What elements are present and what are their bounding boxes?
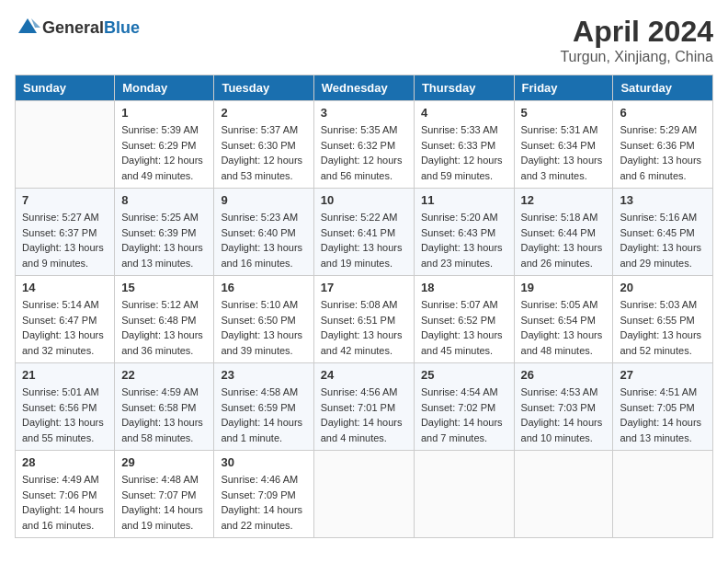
calendar-header-thursday: Thursday xyxy=(414,75,514,101)
cell-content: Sunrise: 4:56 AM Sunset: 7:01 PM Dayligh… xyxy=(321,385,407,445)
calendar-cell: 10Sunrise: 5:22 AM Sunset: 6:41 PM Dayli… xyxy=(313,189,414,276)
day-number: 4 xyxy=(421,106,507,120)
calendar-cell: 3Sunrise: 5:35 AM Sunset: 6:32 PM Daylig… xyxy=(313,101,414,189)
calendar-cell: 20Sunrise: 5:03 AM Sunset: 6:55 PM Dayli… xyxy=(613,276,713,363)
calendar-cell: 18Sunrise: 5:07 AM Sunset: 6:52 PM Dayli… xyxy=(414,276,514,363)
cell-content: Sunrise: 4:46 AM Sunset: 7:09 PM Dayligh… xyxy=(221,472,306,533)
cell-content: Sunrise: 5:10 AM Sunset: 6:50 PM Dayligh… xyxy=(221,297,306,358)
day-number: 2 xyxy=(221,106,306,120)
cell-content: Sunrise: 5:12 AM Sunset: 6:48 PM Dayligh… xyxy=(121,297,207,358)
day-number: 25 xyxy=(421,368,507,382)
calendar-header-row: SundayMondayTuesdayWednesdayThursdayFrid… xyxy=(16,75,713,101)
calendar-cell: 15Sunrise: 5:12 AM Sunset: 6:48 PM Dayli… xyxy=(115,276,214,363)
day-number: 19 xyxy=(521,281,607,294)
calendar-week-row: 7Sunrise: 5:27 AM Sunset: 6:37 PM Daylig… xyxy=(16,189,713,276)
cell-content: Sunrise: 5:05 AM Sunset: 6:54 PM Dayligh… xyxy=(521,297,607,358)
cell-content: Sunrise: 5:01 AM Sunset: 6:56 PM Dayligh… xyxy=(22,385,108,445)
calendar-cell xyxy=(16,101,115,189)
calendar-cell: 23Sunrise: 4:58 AM Sunset: 6:59 PM Dayli… xyxy=(214,363,313,451)
calendar-cell xyxy=(414,451,514,538)
cell-content: Sunrise: 5:33 AM Sunset: 6:33 PM Dayligh… xyxy=(421,122,507,183)
calendar-cell: 29Sunrise: 4:48 AM Sunset: 7:07 PM Dayli… xyxy=(115,451,214,538)
logo-general-text: General xyxy=(42,18,104,37)
month-title: April 2024 xyxy=(560,15,713,49)
day-number: 7 xyxy=(22,193,108,207)
logo: GeneralBlue xyxy=(15,15,140,40)
calendar-cell: 16Sunrise: 5:10 AM Sunset: 6:50 PM Dayli… xyxy=(214,276,313,363)
calendar-cell: 26Sunrise: 4:53 AM Sunset: 7:03 PM Dayli… xyxy=(514,363,613,451)
cell-content: Sunrise: 5:18 AM Sunset: 6:44 PM Dayligh… xyxy=(521,210,607,270)
day-number: 20 xyxy=(620,281,706,294)
calendar-cell: 1Sunrise: 5:39 AM Sunset: 6:29 PM Daylig… xyxy=(115,101,214,189)
calendar-cell: 21Sunrise: 5:01 AM Sunset: 6:56 PM Dayli… xyxy=(16,363,115,451)
logo-blue-text: Blue xyxy=(104,18,140,37)
calendar-cell: 5Sunrise: 5:31 AM Sunset: 6:34 PM Daylig… xyxy=(514,101,613,189)
calendar-cell: 8Sunrise: 5:25 AM Sunset: 6:39 PM Daylig… xyxy=(115,189,214,276)
cell-content: Sunrise: 4:54 AM Sunset: 7:02 PM Dayligh… xyxy=(421,385,507,445)
calendar-cell: 22Sunrise: 4:59 AM Sunset: 6:58 PM Dayli… xyxy=(115,363,214,451)
day-number: 1 xyxy=(121,106,207,120)
day-number: 23 xyxy=(221,368,306,382)
cell-content: Sunrise: 4:53 AM Sunset: 7:03 PM Dayligh… xyxy=(521,385,607,445)
cell-content: Sunrise: 5:20 AM Sunset: 6:43 PM Dayligh… xyxy=(421,210,507,270)
calendar-cell: 9Sunrise: 5:23 AM Sunset: 6:40 PM Daylig… xyxy=(214,189,313,276)
day-number: 22 xyxy=(121,368,207,382)
cell-content: Sunrise: 5:16 AM Sunset: 6:45 PM Dayligh… xyxy=(620,210,706,270)
header: GeneralBlue April 2024 Turgun, Xinjiang,… xyxy=(15,15,713,65)
location-title: Turgun, Xinjiang, China xyxy=(560,49,713,65)
day-number: 21 xyxy=(22,368,108,382)
calendar-week-row: 14Sunrise: 5:14 AM Sunset: 6:47 PM Dayli… xyxy=(16,276,713,363)
day-number: 8 xyxy=(121,193,207,207)
day-number: 10 xyxy=(321,193,407,207)
cell-content: Sunrise: 4:49 AM Sunset: 7:06 PM Dayligh… xyxy=(22,472,108,533)
calendar-cell: 14Sunrise: 5:14 AM Sunset: 6:47 PM Dayli… xyxy=(16,276,115,363)
day-number: 14 xyxy=(22,281,108,294)
cell-content: Sunrise: 5:29 AM Sunset: 6:36 PM Dayligh… xyxy=(620,122,706,183)
calendar-header-monday: Monday xyxy=(115,75,214,101)
calendar-cell: 2Sunrise: 5:37 AM Sunset: 6:30 PM Daylig… xyxy=(214,101,313,189)
cell-content: Sunrise: 5:39 AM Sunset: 6:29 PM Dayligh… xyxy=(121,122,207,183)
day-number: 17 xyxy=(321,281,407,294)
day-number: 24 xyxy=(321,368,407,382)
calendar-header-friday: Friday xyxy=(514,75,613,101)
calendar-cell: 24Sunrise: 4:56 AM Sunset: 7:01 PM Dayli… xyxy=(313,363,414,451)
cell-content: Sunrise: 5:31 AM Sunset: 6:34 PM Dayligh… xyxy=(521,122,607,183)
calendar-cell: 12Sunrise: 5:18 AM Sunset: 6:44 PM Dayli… xyxy=(514,189,613,276)
day-number: 11 xyxy=(421,193,507,207)
cell-content: Sunrise: 4:58 AM Sunset: 6:59 PM Dayligh… xyxy=(221,385,306,445)
calendar-cell: 13Sunrise: 5:16 AM Sunset: 6:45 PM Dayli… xyxy=(613,189,713,276)
cell-content: Sunrise: 5:27 AM Sunset: 6:37 PM Dayligh… xyxy=(22,210,108,270)
calendar: SundayMondayTuesdayWednesdayThursdayFrid… xyxy=(15,75,713,538)
cell-content: Sunrise: 5:23 AM Sunset: 6:40 PM Dayligh… xyxy=(221,210,306,270)
day-number: 26 xyxy=(521,368,607,382)
cell-content: Sunrise: 5:07 AM Sunset: 6:52 PM Dayligh… xyxy=(421,297,507,358)
day-number: 29 xyxy=(121,455,207,469)
cell-content: Sunrise: 5:25 AM Sunset: 6:39 PM Dayligh… xyxy=(121,210,207,270)
day-number: 28 xyxy=(22,455,108,469)
calendar-cell: 28Sunrise: 4:49 AM Sunset: 7:06 PM Dayli… xyxy=(16,451,115,538)
logo-icon xyxy=(15,15,40,40)
day-number: 18 xyxy=(421,281,507,294)
cell-content: Sunrise: 5:35 AM Sunset: 6:32 PM Dayligh… xyxy=(321,122,407,183)
title-area: April 2024 Turgun, Xinjiang, China xyxy=(560,15,713,65)
cell-content: Sunrise: 4:51 AM Sunset: 7:05 PM Dayligh… xyxy=(620,385,706,445)
calendar-week-row: 28Sunrise: 4:49 AM Sunset: 7:06 PM Dayli… xyxy=(16,451,713,538)
cell-content: Sunrise: 4:59 AM Sunset: 6:58 PM Dayligh… xyxy=(121,385,207,445)
calendar-cell: 11Sunrise: 5:20 AM Sunset: 6:43 PM Dayli… xyxy=(414,189,514,276)
day-number: 5 xyxy=(521,106,607,120)
day-number: 27 xyxy=(620,368,706,382)
calendar-cell: 19Sunrise: 5:05 AM Sunset: 6:54 PM Dayli… xyxy=(514,276,613,363)
calendar-header-tuesday: Tuesday xyxy=(214,75,313,101)
calendar-cell xyxy=(313,451,414,538)
calendar-cell: 6Sunrise: 5:29 AM Sunset: 6:36 PM Daylig… xyxy=(613,101,713,189)
day-number: 6 xyxy=(620,106,706,120)
calendar-cell: 25Sunrise: 4:54 AM Sunset: 7:02 PM Dayli… xyxy=(414,363,514,451)
calendar-cell: 7Sunrise: 5:27 AM Sunset: 6:37 PM Daylig… xyxy=(16,189,115,276)
calendar-week-row: 21Sunrise: 5:01 AM Sunset: 6:56 PM Dayli… xyxy=(16,363,713,451)
cell-content: Sunrise: 5:37 AM Sunset: 6:30 PM Dayligh… xyxy=(221,122,306,183)
day-number: 9 xyxy=(221,193,306,207)
day-number: 16 xyxy=(221,281,306,294)
calendar-cell: 4Sunrise: 5:33 AM Sunset: 6:33 PM Daylig… xyxy=(414,101,514,189)
calendar-week-row: 1Sunrise: 5:39 AM Sunset: 6:29 PM Daylig… xyxy=(16,101,713,189)
cell-content: Sunrise: 5:03 AM Sunset: 6:55 PM Dayligh… xyxy=(620,297,706,358)
